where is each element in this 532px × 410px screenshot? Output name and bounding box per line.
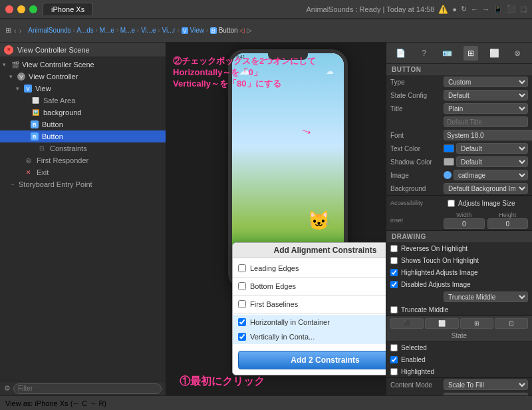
disabled-adjusts-label: Disabled Adjusts Image (401, 281, 471, 288)
selected-checkbox[interactable] (390, 344, 398, 351)
tree-item-background[interactable]: 🖼️ background (0, 106, 166, 118)
width-label: Width (444, 212, 485, 218)
title-bar: iPhone Xs AnimalSounds : Ready | Today a… (0, 0, 532, 19)
button-section-title: Button (386, 64, 532, 75)
text-color-swatch[interactable] (444, 144, 454, 152)
tree-label: Exit (37, 168, 49, 176)
warning-icon: ⚠️ (438, 5, 448, 14)
leading-edges-checkbox[interactable] (238, 264, 246, 272)
adjusts-image-size-checkbox[interactable] (448, 200, 455, 207)
semantic-select[interactable]: Unspecified (444, 393, 528, 395)
nav-forward-icon[interactable]: → (482, 5, 489, 13)
tree-item-first-responder[interactable]: ◎ First Responder (0, 154, 166, 166)
tree-item-vc[interactable]: ▾ V View Controller (0, 71, 166, 83)
vertically-checkbox[interactable] (238, 333, 246, 341)
inspector-attributes-btn[interactable]: ⊞ (464, 46, 478, 61)
tree-item-constraints[interactable]: ⊡ Constraints (0, 142, 166, 154)
tree-item-view[interactable]: ▾ V View (0, 83, 166, 95)
text-color-select[interactable]: Default (456, 143, 528, 154)
accessibility-label: Accessibility (390, 200, 444, 206)
line-break-value: Truncate Middle (444, 292, 528, 302)
state-config-select[interactable]: Default (444, 90, 528, 101)
scene-title: View Controller Scene (17, 46, 90, 54)
type-select[interactable]: Custom (444, 77, 528, 87)
tree-item-safe-area[interactable]: ⬜ Safe Area (0, 95, 166, 106)
inspector-file-btn[interactable]: 📄 (394, 46, 408, 61)
nav-next-icon[interactable]: › (19, 27, 22, 35)
image-select[interactable]: catImage (454, 170, 528, 180)
type-row: Type Custom (386, 75, 532, 89)
btn-icon-small: B (210, 27, 217, 34)
center-panel: 9:41 ☁ ☁ 🐱 🌻🌻🌻 Add Alignment Constraints… (166, 43, 386, 395)
state-config-label: State Config (390, 92, 444, 99)
left-panel-close-btn[interactable]: ✕ (4, 45, 13, 55)
line-break-select[interactable]: Truncate Middle (444, 292, 528, 302)
close-window-btn[interactable] (5, 5, 13, 13)
nav-back-icon[interactable]: ← (471, 5, 478, 13)
enabled-label: Enabled (401, 356, 426, 363)
state-vertical-btn[interactable]: ⬜ (425, 318, 458, 329)
tree-item-scene[interactable]: ▾ 🎬 View Controller Scene (0, 59, 166, 71)
spring-loaded-row: Truncate Middle (386, 304, 532, 315)
nav-prev-icon[interactable]: ‹ (14, 27, 17, 35)
default-title-input[interactable] (444, 116, 528, 127)
state-pin-btn[interactable]: ⊡ (495, 318, 528, 329)
minimize-window-btn[interactable] (17, 5, 25, 13)
tree-item-entry-point[interactable]: → Storyboard Entry Point (0, 178, 166, 190)
right-panel-scroll: Button Type Custom State Config Default (386, 64, 532, 395)
vc-icon: V (17, 73, 25, 81)
disabled-adjusts-checkbox[interactable] (390, 281, 398, 288)
background-select[interactable]: Default Background Image (444, 183, 528, 194)
reverses-row: Reverses On Highlight (386, 242, 532, 254)
exit-icon: ✕ (24, 168, 33, 177)
inspector-identity-btn[interactable]: 🪪 (440, 46, 455, 61)
horizontally-checkbox[interactable] (238, 318, 246, 326)
inspector-connections-btn[interactable]: ⊗ (510, 46, 525, 61)
tree-item-button1[interactable]: B Button (0, 118, 166, 130)
inspector-size-btn[interactable]: ⬜ (487, 46, 501, 61)
highlighted-adjusts-checkbox[interactable] (390, 269, 398, 276)
constraint-vertically: Vertically in Conta... (233, 329, 386, 344)
state-grid-btn[interactable]: ⊞ (460, 318, 493, 329)
width-input[interactable] (444, 218, 485, 229)
shadow-color-swatch[interactable] (444, 158, 454, 166)
highlighted-checkbox[interactable] (390, 368, 398, 375)
tree-label: Safe Area (43, 97, 75, 104)
bottom-edges-checkbox[interactable] (238, 282, 246, 290)
popup-body: Leading Edges Bottom Edges First Baselin… (233, 258, 386, 347)
content-mode-select[interactable]: Scale To Fill (444, 379, 528, 390)
add-constraints-button[interactable]: Add 2 Constraints (238, 351, 386, 369)
first-baselines-checkbox[interactable] (238, 300, 246, 308)
type-label: Type (390, 79, 444, 86)
main-tab[interactable]: iPhone Xs (43, 3, 93, 15)
image-row: Image catImage (386, 168, 532, 182)
tree-arrow: ▾ (3, 61, 11, 68)
font-input[interactable] (444, 130, 532, 140)
fullscreen-window-btn[interactable] (29, 5, 37, 13)
highlighted-row-state: Highlighted (386, 365, 532, 377)
title-row: Title Plain (386, 102, 532, 115)
popup-title: Add Alignment Constraints (233, 243, 386, 258)
title-select[interactable]: Plain (444, 103, 528, 114)
shadow-color-select[interactable]: Default (456, 156, 528, 167)
filter-input[interactable] (13, 383, 162, 394)
shows-touch-label: Shows Touch On Highlight (401, 257, 479, 264)
cloud-decoration2: ☁ (326, 67, 334, 76)
reverses-checkbox[interactable] (390, 245, 398, 252)
view-icon: V (24, 85, 32, 93)
spring-loaded-checkbox[interactable] (390, 306, 398, 313)
height-input[interactable] (487, 218, 529, 229)
inspector-quick-btn[interactable]: ? (417, 46, 432, 61)
state-horizontal-btn[interactable]: ⬛ (390, 318, 424, 329)
first-responder-icon: ◎ (24, 156, 33, 165)
tree-item-exit[interactable]: ✕ Exit (0, 166, 166, 178)
title-value: Plain (444, 103, 528, 114)
vertical-label: State (390, 332, 528, 339)
adjusts-image-size-label: Adjusts Image Size (458, 200, 515, 207)
tree-label: View Controller Scene (22, 61, 94, 69)
panel-icon: ⬚ (520, 5, 527, 13)
bottom-bar-text: View as: iPhone Xs (← C → R) (5, 399, 106, 407)
shows-touch-checkbox[interactable] (390, 257, 398, 264)
enabled-checkbox[interactable] (390, 356, 398, 363)
tree-item-button2[interactable]: B Button (0, 130, 166, 142)
